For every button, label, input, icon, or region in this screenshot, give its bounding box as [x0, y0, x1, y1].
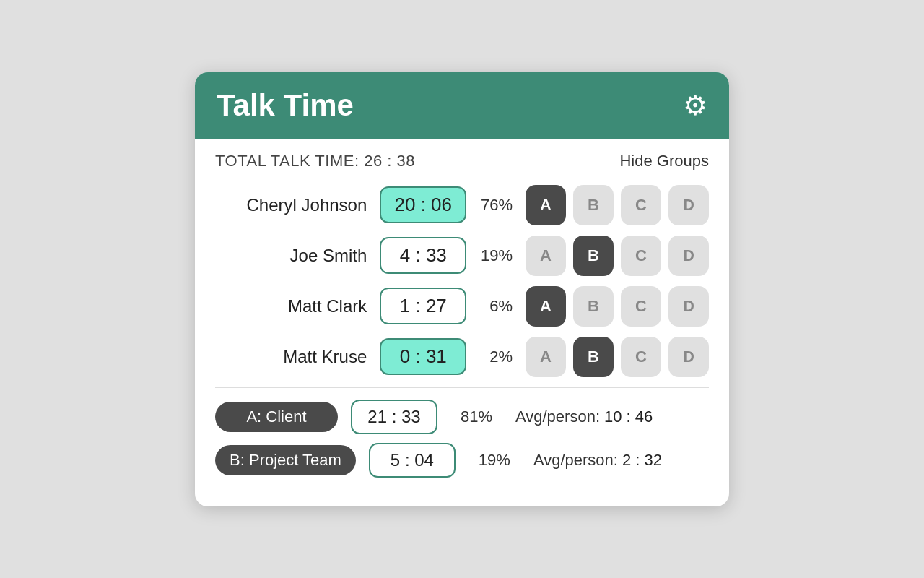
- group-btn-b[interactable]: B: [573, 286, 614, 327]
- avg-person-label: Avg/person:: [515, 407, 600, 426]
- summary-row: B: Project Team5 : 0419%Avg/person:2 : 3…: [215, 443, 709, 478]
- group-btn-d[interactable]: D: [668, 185, 709, 225]
- group-buttons: ABCD: [526, 236, 709, 276]
- people-list: Cheryl Johnson20 : 0676%ABCDJoe Smith4 :…: [215, 185, 709, 377]
- total-talk-time-label: TOTAL TALK TIME: 26 : 38: [215, 152, 415, 171]
- avg-person-label: Avg/person:: [533, 451, 618, 470]
- group-buttons: ABCD: [526, 286, 709, 327]
- group-buttons: ABCD: [526, 337, 709, 377]
- person-row: Matt Clark1 : 276%ABCD: [215, 286, 709, 327]
- summary-time-box[interactable]: 5 : 04: [369, 443, 456, 478]
- person-time-box[interactable]: 1 : 27: [380, 288, 466, 324]
- body: TOTAL TALK TIME: 26 : 38 Hide Groups Che…: [195, 139, 729, 506]
- gear-icon[interactable]: ⚙: [683, 90, 707, 121]
- avg-person-value: 2 : 32: [622, 451, 662, 470]
- group-btn-d[interactable]: D: [668, 337, 709, 377]
- group-btn-c[interactable]: C: [621, 236, 661, 276]
- person-name: Joe Smith: [215, 246, 367, 266]
- group-btn-a[interactable]: A: [526, 185, 566, 225]
- summary-percent: 81%: [455, 407, 492, 426]
- person-percent: 2%: [476, 348, 513, 366]
- group-btn-a[interactable]: A: [526, 236, 566, 276]
- hide-groups-button[interactable]: Hide Groups: [619, 152, 709, 171]
- app-title: Talk Time: [217, 88, 354, 123]
- group-btn-b[interactable]: B: [573, 236, 614, 276]
- group-btn-a[interactable]: A: [526, 337, 566, 377]
- person-percent: 76%: [476, 196, 513, 215]
- divider: [215, 387, 709, 388]
- group-label-button[interactable]: A: Client: [215, 402, 338, 432]
- group-btn-a[interactable]: A: [526, 286, 566, 327]
- person-name: Matt Clark: [215, 296, 367, 316]
- group-btn-d[interactable]: D: [668, 286, 709, 327]
- summary-row: A: Client21 : 3381%Avg/person:10 : 46: [215, 400, 709, 434]
- header: Talk Time ⚙: [195, 72, 729, 139]
- summary-percent: 19%: [473, 451, 510, 470]
- person-name: Matt Kruse: [215, 347, 367, 367]
- talk-time-card: Talk Time ⚙ TOTAL TALK TIME: 26 : 38 Hid…: [195, 72, 729, 506]
- person-percent: 19%: [476, 246, 513, 265]
- group-btn-d[interactable]: D: [668, 236, 709, 276]
- summary-list: A: Client21 : 3381%Avg/person:10 : 46B: …: [215, 400, 709, 478]
- group-label-button[interactable]: B: Project Team: [215, 445, 356, 475]
- avg-person-value: 10 : 46: [604, 407, 653, 426]
- summary-time-box[interactable]: 21 : 33: [351, 400, 437, 434]
- total-row: TOTAL TALK TIME: 26 : 38 Hide Groups: [215, 152, 709, 171]
- person-percent: 6%: [476, 297, 513, 316]
- person-time-box[interactable]: 20 : 06: [380, 186, 466, 223]
- person-time-box[interactable]: 0 : 31: [380, 338, 466, 375]
- person-time-box[interactable]: 4 : 33: [380, 237, 466, 274]
- person-name: Cheryl Johnson: [215, 195, 367, 215]
- group-btn-c[interactable]: C: [621, 337, 661, 377]
- group-btn-c[interactable]: C: [621, 185, 661, 225]
- person-row: Cheryl Johnson20 : 0676%ABCD: [215, 185, 709, 225]
- group-btn-c[interactable]: C: [621, 286, 661, 327]
- person-row: Matt Kruse0 : 312%ABCD: [215, 337, 709, 377]
- person-row: Joe Smith4 : 3319%ABCD: [215, 236, 709, 276]
- group-buttons: ABCD: [526, 185, 709, 225]
- group-btn-b[interactable]: B: [573, 185, 614, 225]
- group-btn-b[interactable]: B: [573, 337, 614, 377]
